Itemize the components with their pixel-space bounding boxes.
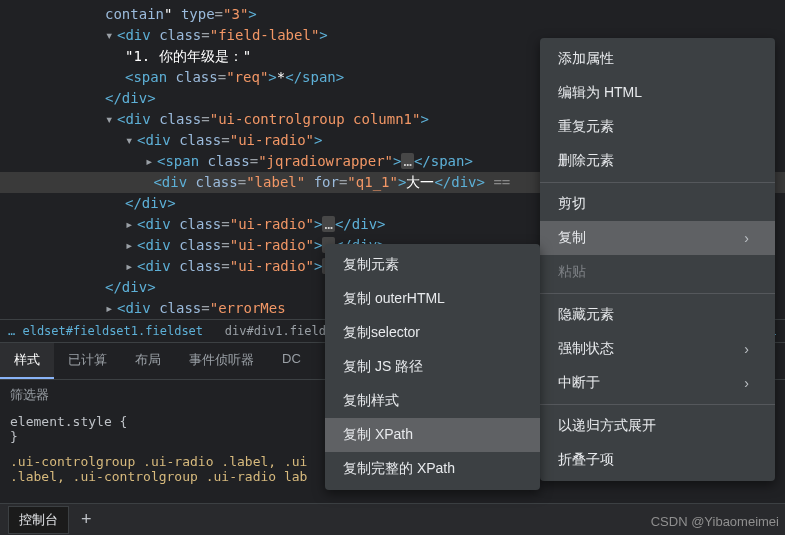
menu-paste: 粘贴 (540, 255, 775, 289)
tab-event-listeners[interactable]: 事件侦听器 (175, 343, 268, 379)
tab-more[interactable]: DC (268, 343, 315, 379)
menu-force-state[interactable]: 强制状态› (540, 332, 775, 366)
menu-break-on[interactable]: 中断于› (540, 366, 775, 400)
chevron-right-icon: › (744, 341, 749, 357)
menu-hide-element[interactable]: 隐藏元素 (540, 298, 775, 332)
submenu-copy-styles[interactable]: 复制样式 (325, 384, 540, 418)
menu-cut[interactable]: 剪切 (540, 187, 775, 221)
submenu-copy-xpath[interactable]: 复制 XPath (325, 418, 540, 452)
tab-computed[interactable]: 已计算 (54, 343, 121, 379)
submenu-copy-full-xpath[interactable]: 复制完整的 XPath (325, 452, 540, 486)
menu-separator (540, 293, 775, 294)
submenu-copy-selector[interactable]: 复制selector (325, 316, 540, 350)
code-line[interactable]: contain" type="3"> (0, 4, 785, 25)
menu-add-attribute[interactable]: 添加属性 (540, 42, 775, 76)
menu-delete-element[interactable]: 删除元素 (540, 144, 775, 178)
submenu-copy-outerhtml[interactable]: 复制 outerHTML (325, 282, 540, 316)
tab-styles[interactable]: 样式 (0, 343, 54, 379)
tab-layout[interactable]: 布局 (121, 343, 175, 379)
context-menu: 添加属性 编辑为 HTML 重复元素 删除元素 剪切 复制› 粘贴 隐藏元素 强… (540, 38, 775, 481)
submenu-copy-element[interactable]: 复制元素 (325, 248, 540, 282)
console-tab[interactable]: 控制台 (8, 506, 69, 534)
submenu-copy-js-path[interactable]: 复制 JS 路径 (325, 350, 540, 384)
chevron-right-icon: › (744, 230, 749, 246)
menu-separator (540, 404, 775, 405)
menu-edit-as-html[interactable]: 编辑为 HTML (540, 76, 775, 110)
menu-separator (540, 182, 775, 183)
css-selector[interactable]: .ui-controlgroup .ui-radio .label, .ui (10, 454, 307, 469)
filter-input[interactable]: 筛选器 (10, 386, 49, 404)
menu-collapse-children[interactable]: 折叠子项 (540, 443, 775, 477)
breadcrumb-part[interactable]: … eldset#fieldset1.fieldset (8, 324, 203, 338)
menu-duplicate-element[interactable]: 重复元素 (540, 110, 775, 144)
watermark: CSDN @Yibaomeimei (651, 514, 779, 529)
menu-expand-recursively[interactable]: 以递归方式展开 (540, 409, 775, 443)
add-tab-icon[interactable]: + (81, 509, 92, 530)
chevron-right-icon: › (744, 375, 749, 391)
menu-copy[interactable]: 复制› (540, 221, 775, 255)
context-submenu-copy: 复制元素 复制 outerHTML 复制selector 复制 JS 路径 复制… (325, 244, 540, 490)
